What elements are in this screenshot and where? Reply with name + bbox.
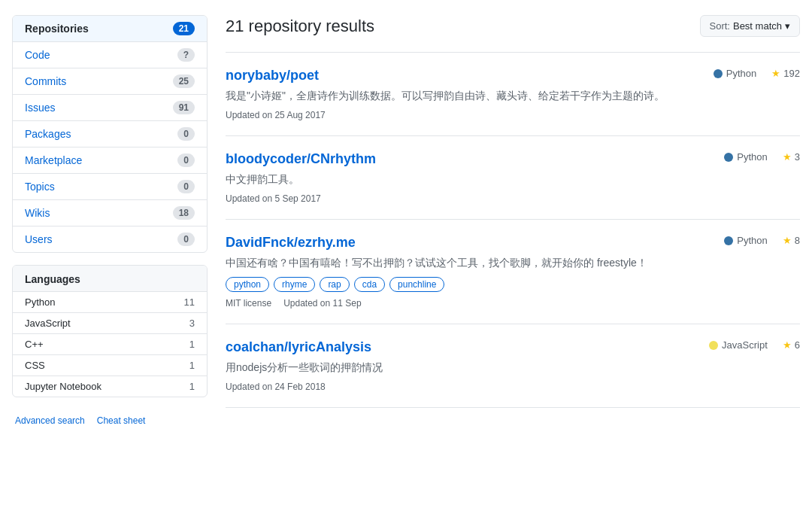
- lang-count: 1: [189, 339, 195, 350]
- sidebar-item-commits[interactable]: Commits 25: [13, 68, 207, 95]
- repo-updated: Updated on 24 Feb 2018: [226, 382, 326, 392]
- sidebar-item-label-code: Code: [25, 49, 50, 61]
- star-icon: ★: [783, 235, 792, 246]
- lang-label: Python: [737, 151, 767, 163]
- repo-card-davidfnck-ezrhy: DavidFnck/ezrhy.me Python ★ 8 中国还有啥？中国有嘻…: [226, 220, 800, 324]
- stars-count: 8: [795, 235, 800, 246]
- repo-footer: MIT licenseUpdated on 11 Sep: [226, 298, 800, 309]
- lang-label: JavaScript: [722, 339, 768, 351]
- main-content: 21 repository results Sort: Best match ▾…: [226, 15, 800, 432]
- repo-footer: Updated on 24 Feb 2018: [226, 382, 800, 392]
- stars-count: 6: [795, 339, 800, 351]
- lang-label: Python: [737, 235, 767, 246]
- lang-item-python: Python 11: [13, 292, 207, 313]
- lang-name: Jupyter Notebook: [25, 381, 102, 392]
- lang-item-javascript: JavaScript 3: [13, 313, 207, 334]
- lang-item-jupyter-notebook: Jupyter Notebook 1: [13, 376, 207, 397]
- sidebar-item-users[interactable]: Users 0: [13, 226, 207, 252]
- repo-footer: Updated on 5 Sep 2017: [226, 193, 800, 204]
- repo-tag[interactable]: rap: [320, 277, 349, 292]
- sidebar-item-issues[interactable]: Issues 91: [13, 95, 207, 121]
- sidebar-item-badge-marketplace: 0: [177, 154, 195, 167]
- repo-name-bloodycoder-cnrhythm[interactable]: bloodycoder/CNrhythm: [226, 151, 376, 167]
- repo-card-norybaby-poet: norybaby/poet Python ★ 192 我是"小诗姬"，全唐诗作为…: [226, 52, 800, 136]
- sort-value: Best match: [733, 20, 782, 32]
- lang-name: JavaScript: [25, 318, 71, 329]
- repo-updated: Updated on 5 Sep 2017: [226, 193, 321, 204]
- lang-item-css: CSS 1: [13, 355, 207, 376]
- sidebar-item-label-commits: Commits: [25, 75, 66, 87]
- repo-tag[interactable]: rhyme: [274, 277, 315, 292]
- repo-license: MIT license: [226, 298, 271, 309]
- sidebar-item-badge-users: 0: [177, 233, 195, 246]
- repo-stars: ★ 192: [771, 68, 800, 79]
- main-header: 21 repository results Sort: Best match ▾: [226, 15, 800, 37]
- page-layout: Repositories 21 Code ? Commits 25 Issues…: [0, 0, 812, 447]
- repo-updated: Updated on 25 Aug 2017: [226, 110, 326, 120]
- repo-tag[interactable]: cda: [354, 277, 385, 292]
- lang-name: Python: [25, 296, 55, 308]
- sidebar-link-cheat-sheet[interactable]: Cheat sheet: [97, 415, 146, 426]
- sidebar-item-packages[interactable]: Packages 0: [13, 121, 207, 147]
- repo-updated: Updated on 11 Sep: [283, 298, 361, 309]
- sidebar-item-badge-packages: 0: [177, 127, 195, 141]
- lang-dot-icon: [709, 341, 718, 350]
- repo-meta: Python ★ 192: [714, 68, 800, 79]
- lang-dot-icon: [724, 153, 733, 162]
- repo-tag[interactable]: punchline: [389, 277, 444, 292]
- lang-dot-icon: [724, 236, 733, 245]
- sidebar-item-topics[interactable]: Topics 0: [13, 174, 207, 200]
- star-icon: ★: [771, 68, 780, 79]
- sidebar-links: Advanced searchCheat sheet: [12, 409, 208, 432]
- repo-card-header: norybaby/poet Python ★ 192: [226, 68, 800, 84]
- repo-card-header: DavidFnck/ezrhy.me Python ★ 8: [226, 235, 800, 251]
- repo-meta: Python ★ 8: [724, 235, 800, 246]
- lang-label: Python: [726, 68, 756, 79]
- sidebar-item-code[interactable]: Code ?: [13, 42, 207, 68]
- star-icon: ★: [783, 339, 792, 351]
- lang-count: 1: [189, 360, 195, 371]
- languages-title: Languages: [13, 266, 207, 292]
- repo-description: 用nodejs分析一些歌词的押韵情况: [226, 360, 800, 375]
- sort-button[interactable]: Sort: Best match ▾: [700, 15, 801, 37]
- sidebar-item-repositories[interactable]: Repositories 21: [13, 16, 207, 42]
- repo-name-davidfnck-ezrhy[interactable]: DavidFnck/ezrhy.me: [226, 235, 356, 251]
- sidebar-item-badge-commits: 25: [173, 74, 195, 88]
- repo-language: JavaScript: [709, 339, 768, 351]
- sidebar: Repositories 21 Code ? Commits 25 Issues…: [12, 15, 208, 432]
- sidebar-languages-section: Languages Python 11 JavaScript 3 C++ 1 C…: [12, 265, 208, 397]
- repo-language: Python: [724, 235, 767, 246]
- sidebar-item-label-users: Users: [25, 233, 53, 245]
- sidebar-item-badge-issues: 91: [173, 101, 195, 114]
- sidebar-item-label-issues: Issues: [25, 102, 55, 114]
- lang-count: 11: [184, 296, 195, 308]
- results-title: 21 repository results: [226, 17, 374, 36]
- repo-card-header: coalchan/lyricAnalysis JavaScript ★ 6: [226, 339, 800, 355]
- repo-name-coalchan-lyricanalysis[interactable]: coalchan/lyricAnalysis: [226, 339, 371, 355]
- sidebar-item-wikis[interactable]: Wikis 18: [13, 200, 207, 226]
- lang-name: CSS: [25, 360, 45, 371]
- lang-count: 1: [189, 381, 195, 392]
- sidebar-nav-section: Repositories 21 Code ? Commits 25 Issues…: [12, 15, 208, 253]
- sidebar-item-marketplace[interactable]: Marketplace 0: [13, 147, 207, 174]
- repo-stars: ★ 3: [783, 151, 800, 163]
- sidebar-item-badge-code: ?: [177, 48, 195, 62]
- repo-description: 我是"小诗姬"，全唐诗作为训练数据。可以写押韵自由诗、藏头诗、给定若干字作为主题…: [226, 88, 800, 104]
- repo-name-norybaby-poet[interactable]: norybaby/poet: [226, 68, 319, 84]
- repo-list: norybaby/poet Python ★ 192 我是"小诗姬"，全唐诗作为…: [226, 52, 800, 408]
- sidebar-item-label-packages: Packages: [25, 128, 71, 140]
- sidebar-item-label-marketplace: Marketplace: [25, 154, 82, 166]
- sidebar-item-badge-repositories: 21: [173, 22, 195, 35]
- lang-dot-icon: [714, 69, 723, 78]
- repo-card-header: bloodycoder/CNrhythm Python ★ 3: [226, 151, 800, 167]
- repo-language: Python: [714, 68, 756, 79]
- chevron-down-icon: ▾: [785, 20, 790, 32]
- repo-meta: JavaScript ★ 6: [709, 339, 800, 351]
- repo-tag[interactable]: python: [226, 277, 269, 292]
- sidebar-link-advanced-search[interactable]: Advanced search: [15, 415, 85, 426]
- repo-language: Python: [724, 151, 767, 163]
- repo-description: 中国还有啥？中国有嘻哈！写不出押韵？试试这个工具，找个歌脚，就开始你的 free…: [226, 255, 800, 271]
- sidebar-item-badge-wikis: 18: [173, 206, 195, 220]
- star-icon: ★: [783, 151, 792, 163]
- repo-meta: Python ★ 3: [724, 151, 800, 163]
